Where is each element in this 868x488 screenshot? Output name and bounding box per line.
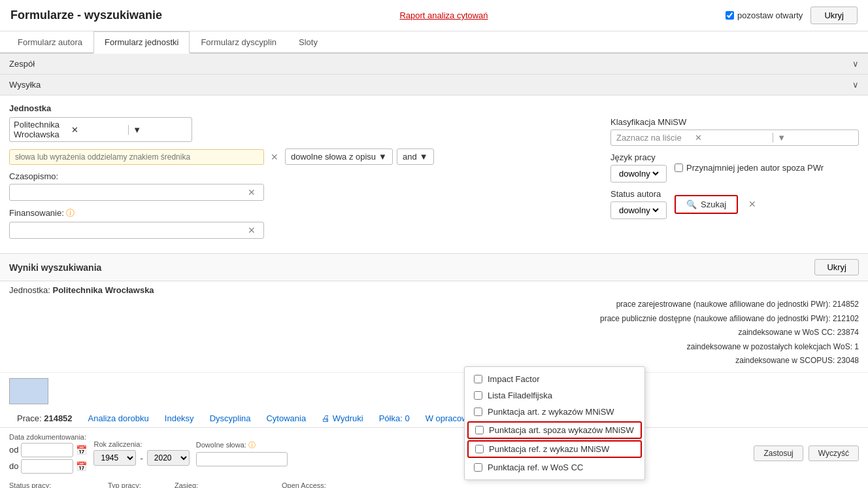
action-buttons: Zastosuj Wyczyść: [754, 445, 859, 461]
dowolne-dropdown[interactable]: dowolne słowa z opisu ▼: [285, 148, 393, 165]
form-left-col: Politechnika Wrocławska ✕ ▼ ✕ dowolne sł…: [9, 117, 597, 245]
dropdown-item-punktacja-art[interactable]: Punktacja art. z wykazów MNiSW: [465, 404, 644, 420]
klasyfikacja-clear-btn[interactable]: ✕: [692, 133, 773, 143]
calendar-od-icon[interactable]: 📅: [76, 445, 87, 455]
rok-dash: -: [139, 453, 144, 463]
status-select-wrap[interactable]: dowolny: [610, 201, 667, 219]
dropdown-menu: Impact Factor Lista Filadelfijska Punkta…: [464, 366, 645, 480]
rtab-cytowania[interactable]: Cytowania: [258, 410, 314, 427]
rtab-dyscyplina[interactable]: Dyscyplina: [202, 410, 259, 427]
search-row: ✕ dowolne słowa z opisu ▼ and ▼: [9, 148, 597, 165]
result-unit-name: Jednostka: Politechnika Wrocławska: [9, 285, 859, 295]
ref-wos-checkbox[interactable]: [474, 463, 482, 472]
wyczysc-button[interactable]: Wyczyść: [809, 445, 859, 461]
tab-formularz-jednostki[interactable]: Formularz jednostki: [93, 31, 190, 54]
jezyk-select[interactable]: dowolny: [616, 168, 661, 179]
szukaj-button[interactable]: 🔍 Szukaj: [675, 195, 738, 214]
dropdown-item-filadelfia[interactable]: Lista Filadelfijska: [465, 387, 644, 404]
tab-formularz-dyscyplin[interactable]: Formularz dyscyplin: [190, 31, 288, 54]
wysylka-section-header[interactable]: Wysyłka ∨: [0, 75, 868, 96]
zespol-section-header[interactable]: Zespół ∨: [0, 54, 868, 75]
rok-group: Rok zaliczenia: 1945 - 2020: [93, 440, 189, 466]
search-input-wrap[interactable]: [9, 149, 264, 165]
filadelfia-checkbox[interactable]: [474, 391, 482, 400]
hide-button[interactable]: Ukryj: [810, 7, 858, 24]
results-header: Wyniki wyszukiwania Ukryj: [0, 254, 868, 281]
dowolne-label: dowolne słowa z opisu: [291, 152, 376, 162]
czasopismo-clear-btn[interactable]: ✕: [245, 187, 258, 198]
rtab-wydruki[interactable]: 🖨 Wydruki: [314, 410, 371, 427]
przynajmniej-checkbox[interactable]: [675, 164, 683, 172]
status-select[interactable]: dowolny: [616, 205, 661, 216]
bottom-filters: Status pracy: naukowa afiliowana Typ pra…: [0, 479, 868, 488]
top-bar: Formularze - wyszukiwanie Raport analiza…: [0, 0, 868, 31]
finansowanie-info-icon[interactable]: ⓘ: [66, 208, 75, 218]
jednostka-clear-btn[interactable]: ✕: [69, 125, 129, 135]
chart-thumbnail: [9, 378, 48, 404]
search-clear-btn[interactable]: ✕: [268, 152, 281, 162]
ref-wos-label: Punktacja ref. w WoS CC: [488, 462, 583, 472]
dropdown-item-impact[interactable]: Impact Factor: [465, 371, 644, 387]
calendar-do-icon[interactable]: 📅: [76, 461, 87, 472]
zastosuj-button[interactable]: Zastosuj: [754, 445, 803, 461]
zasieg-label: Zasięg:: [175, 481, 233, 488]
od-label: od: [9, 445, 18, 455]
results-tabs: Prace: 214852 Analiza dorobku Indeksy Dy…: [0, 410, 868, 428]
jednostka-value: Politechnika Wrocławska: [14, 120, 69, 139]
finansowanie-input[interactable]: [15, 226, 245, 235]
oa-label: Open Access:: [282, 481, 333, 488]
search-icon: 🔍: [686, 200, 697, 209]
dropdown-item-ref-wykaz[interactable]: Punktacja ref. z wykazu MNiSW: [467, 440, 642, 458]
jednostka-dropdown-btn[interactable]: ▼: [128, 125, 188, 135]
zasieg-group: Zasięg: dowolny: [175, 481, 233, 488]
data-label: Data zdokumentowania:: [9, 433, 87, 441]
data-group: Data zdokumentowania: od 📅 do 📅: [9, 433, 87, 474]
pozostaw-checkbox[interactable]: [726, 11, 734, 20]
results-hide-button[interactable]: Ukryj: [814, 259, 859, 275]
punktacja-art-checkbox[interactable]: [474, 408, 482, 416]
rok-input-row: 1945 - 2020: [93, 450, 189, 466]
punktacja-art-label: Punktacja art. z wykazów MNiSW: [488, 407, 614, 417]
stat4: zaindeksowane w pozostałych kolekcjach W…: [600, 340, 859, 355]
rtab-polka[interactable]: Półka: 0: [371, 410, 418, 427]
dropdown-item-ref-wos[interactable]: Punktacja ref. w WoS CC: [465, 459, 644, 476]
ref-wykaz-label: Punktacja ref. z wykazu MNiSW: [489, 444, 609, 454]
data-do-input[interactable]: [21, 459, 73, 474]
finansowanie-clear-btn[interactable]: ✕: [245, 225, 258, 235]
jezyk-label: Język pracy: [610, 152, 667, 162]
spoza-label: Punktacja art. spoza wykazów MNiSW: [489, 425, 634, 435]
spoza-checkbox[interactable]: [475, 426, 484, 434]
dropdown-item-spoza[interactable]: Punktacja art. spoza wykazów MNiSW: [467, 421, 642, 439]
czasopismo-input[interactable]: [15, 188, 245, 198]
rtab-analiza[interactable]: Analiza dorobku: [80, 410, 157, 427]
jezyk-group: Język pracy dowolny: [610, 152, 667, 183]
status-pracy-label: Status pracy:: [9, 481, 100, 488]
tab-sloty[interactable]: Sloty: [288, 31, 329, 54]
result-unit-bold: Politechnika Wrocławska: [53, 285, 154, 295]
przynajmniej-label[interactable]: Przynajmniej jeden autor spoza PWr: [675, 163, 824, 173]
finansowanie-label: Finansowanie: ⓘ: [9, 207, 597, 219]
rtab-indeksy[interactable]: Indeksy: [157, 410, 202, 427]
dowolne-slowa-input[interactable]: [196, 452, 288, 466]
wysylka-chevron: ∨: [852, 80, 859, 90]
form-right-col: Klasyfikacja MNiSW Zaznacz na liście ✕ ▼…: [610, 117, 859, 219]
page-title: Formularze - wyszukiwanie: [10, 9, 162, 22]
raport-link[interactable]: Raport analiza cytowań: [399, 10, 488, 20]
jezyk-select-wrap[interactable]: dowolny: [610, 165, 667, 183]
dowolne-info-icon[interactable]: ⓘ: [248, 441, 256, 449]
jednostka-label: Jednostka: [9, 103, 859, 113]
rok-from-select[interactable]: 1945: [93, 450, 136, 466]
oa-group: Open Access: dowolny: [282, 481, 333, 488]
klasyfikacja-dropdown-btn[interactable]: ▼: [773, 133, 853, 143]
data-od-input[interactable]: [21, 443, 73, 457]
tab-formularz-autora[interactable]: Formularz autora: [7, 31, 93, 54]
dowolne-slowa-group: Dowolne słowa: ⓘ: [196, 440, 288, 466]
search-input[interactable]: [15, 152, 258, 162]
pozostaw-checkbox-label[interactable]: pozostaw otwarty: [726, 10, 803, 20]
ref-wykaz-checkbox[interactable]: [475, 445, 484, 453]
form-two-col: Politechnika Wrocławska ✕ ▼ ✕ dowolne sł…: [9, 117, 859, 245]
and-dropdown[interactable]: and ▼: [397, 148, 434, 165]
impact-checkbox[interactable]: [474, 375, 482, 383]
rok-to-select[interactable]: 2020: [147, 450, 190, 466]
status-clear-btn[interactable]: ✕: [746, 199, 759, 209]
